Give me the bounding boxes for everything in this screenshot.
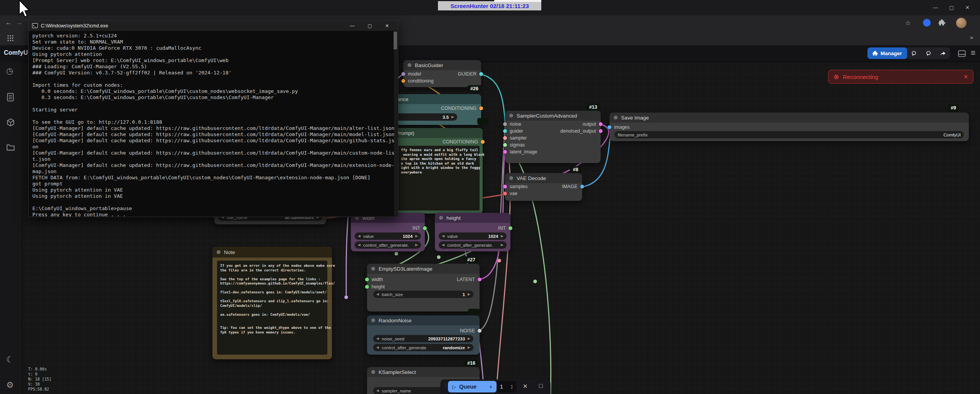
collapse-dot-icon[interactable] bbox=[614, 116, 618, 120]
node-height[interactable]: height INT ◀ value 1024 ▶ ◀ control_afte… bbox=[435, 213, 510, 251]
port-noise-out[interactable] bbox=[478, 329, 482, 333]
collapse-dot-icon[interactable] bbox=[371, 267, 375, 271]
next-icon[interactable]: ▶ bbox=[468, 346, 470, 349]
port-sampler[interactable] bbox=[503, 136, 507, 140]
node-random-noise[interactable]: RandomNoise NOISE ◀ noise_seed 209337112… bbox=[367, 315, 480, 355]
queue-count-stepper[interactable]: 1 ▲▼ bbox=[497, 381, 517, 392]
collapse-dot-icon[interactable] bbox=[371, 370, 375, 374]
port-noise[interactable] bbox=[503, 122, 507, 126]
queue-button[interactable]: ▷ Queue ∨ bbox=[448, 381, 497, 392]
increment-icon[interactable]: ▶ bbox=[468, 293, 470, 296]
increment-icon[interactable]: ▶ bbox=[501, 234, 503, 238]
cmd-maximize-icon[interactable]: ▢ bbox=[368, 23, 372, 29]
back-icon[interactable]: ← bbox=[5, 19, 12, 26]
port-model[interactable] bbox=[401, 72, 405, 76]
cmd-output[interactable]: pytorch version: 2.5.1+cu124 Set vram st… bbox=[29, 31, 398, 217]
collapse-dot-icon[interactable] bbox=[371, 318, 375, 322]
port-sigmas[interactable] bbox=[503, 143, 507, 147]
filename-prefix-widget[interactable]: filename_prefix ComfyUI bbox=[615, 131, 964, 138]
step-down-icon[interactable]: ▼ bbox=[510, 387, 513, 389]
cmd-minimize-icon[interactable]: — bbox=[350, 23, 355, 29]
extension-blue-icon[interactable] bbox=[923, 19, 931, 27]
node-vae-decode[interactable]: VAE Decode samples vae IMAGE bbox=[505, 173, 582, 201]
bookmark-star-icon[interactable]: ☆ bbox=[905, 19, 911, 27]
cmd-close-icon[interactable]: ✕ bbox=[385, 23, 389, 29]
next-icon[interactable]: ▶ bbox=[501, 243, 503, 247]
port-conditioning-out[interactable] bbox=[481, 140, 485, 144]
bookmarks-overflow-icon[interactable]: » bbox=[970, 34, 973, 40]
batch-size-widget[interactable]: ◀ batch_size 1 ▶ bbox=[373, 291, 473, 298]
panel-layout-icon[interactable] bbox=[958, 49, 966, 59]
profile-avatar[interactable] bbox=[956, 18, 967, 28]
window-minimize-icon[interactable]: — bbox=[933, 5, 938, 10]
collapse-dot-icon[interactable] bbox=[509, 114, 513, 118]
noise-seed-widget[interactable]: ◀ noise_seed 209337112877233 ▶ bbox=[373, 335, 473, 342]
node-library-icon[interactable] bbox=[6, 93, 15, 103]
port-guider-out[interactable] bbox=[479, 72, 483, 76]
port-int-out[interactable] bbox=[423, 226, 427, 230]
collapse-dot-icon[interactable] bbox=[509, 176, 513, 180]
collapse-dot-icon[interactable] bbox=[217, 250, 221, 254]
increment-icon[interactable]: ▶ bbox=[451, 115, 454, 119]
node-basic-guider[interactable]: BasicGuider model conditioning GUIDER bbox=[403, 60, 481, 87]
theme-moon-icon[interactable]: ☾ bbox=[6, 355, 14, 365]
prev-icon[interactable]: ◀ bbox=[442, 243, 445, 247]
model-library-icon[interactable] bbox=[6, 118, 15, 128]
port-output[interactable] bbox=[599, 122, 603, 126]
port-width[interactable] bbox=[365, 278, 369, 281]
decrement-icon[interactable]: ◀ bbox=[358, 234, 360, 238]
port-vae[interactable] bbox=[503, 192, 507, 195]
port-conditioning-out[interactable] bbox=[479, 106, 483, 110]
workflow-search-icon[interactable] bbox=[907, 47, 921, 59]
collapse-dot-icon[interactable] bbox=[439, 216, 443, 220]
share-icon[interactable] bbox=[936, 47, 950, 59]
clear-queue-icon[interactable]: ✕ bbox=[523, 383, 528, 390]
value-widget[interactable]: ◀ value 1024 ▶ bbox=[355, 232, 421, 240]
port-height[interactable] bbox=[365, 285, 369, 289]
node-sampler-custom-advanced[interactable]: SamplerCustomAdvanced noise guider sampl… bbox=[505, 111, 601, 163]
decrement-icon[interactable]: ◀ bbox=[376, 293, 379, 296]
apps-grid-icon[interactable] bbox=[7, 35, 14, 43]
toast-close-icon[interactable]: ✕ bbox=[963, 74, 968, 80]
window-icon[interactable]: □ bbox=[539, 382, 543, 389]
cmd-scrollbar-thumb[interactable] bbox=[394, 32, 397, 49]
manager-button[interactable]: Manager bbox=[867, 47, 907, 59]
port-latent-out[interactable] bbox=[478, 278, 482, 281]
increment-icon[interactable]: ▶ bbox=[468, 337, 470, 340]
control-after-generate-widget[interactable]: ◀ control_after_generate randomize ▶ bbox=[373, 344, 473, 351]
workflow-search-alt-icon[interactable] bbox=[921, 47, 936, 59]
window-close-icon[interactable]: ✕ bbox=[965, 5, 970, 10]
decrement-icon[interactable]: ◀ bbox=[442, 234, 445, 238]
port-latent-image[interactable] bbox=[503, 150, 507, 154]
cmd-window[interactable]: C:\Windows\system32\cmd.exe — ▢ ✕ pytorc… bbox=[28, 20, 398, 217]
note-textarea[interactable]: If you get an error in any of the nodes … bbox=[217, 261, 327, 355]
prev-icon[interactable]: ◀ bbox=[376, 346, 379, 349]
value-widget[interactable]: ◀ value 1024 ▶ bbox=[439, 232, 507, 240]
node-note[interactable]: Note If you get an error in any of the n… bbox=[212, 247, 332, 359]
node-width[interactable]: width INT ◀ value 1024 ▶ ◀ control_after… bbox=[351, 213, 425, 251]
port-image-out[interactable] bbox=[580, 185, 584, 189]
node-empty-sd3-latent-image[interactable]: EmptySD3LatentImage width height LATENT … bbox=[367, 264, 480, 311]
forward-icon[interactable]: → bbox=[16, 19, 22, 26]
port-guider[interactable] bbox=[503, 129, 507, 133]
cmd-scrollbar[interactable] bbox=[394, 31, 397, 216]
menu-hamburger-icon[interactable]: ≡ bbox=[971, 48, 975, 57]
settings-gear-icon[interactable]: ⚙ bbox=[6, 380, 14, 390]
next-icon[interactable]: ▶ bbox=[415, 243, 418, 247]
port-denoised-output[interactable] bbox=[599, 129, 603, 133]
prev-icon[interactable]: ◀ bbox=[376, 389, 379, 392]
workflows-folder-icon[interactable] bbox=[6, 143, 15, 153]
port-samples[interactable] bbox=[503, 185, 507, 189]
step-up-icon[interactable]: ▲ bbox=[510, 384, 513, 387]
queue-history-icon[interactable]: ◷ bbox=[6, 66, 13, 76]
cmd-title-bar[interactable]: C:\Windows\system32\cmd.exe — ▢ ✕ bbox=[29, 20, 398, 31]
port-conditioning[interactable] bbox=[401, 79, 405, 83]
extensions-puzzle-icon[interactable] bbox=[938, 19, 945, 27]
prev-icon[interactable]: ◀ bbox=[358, 243, 360, 247]
control-after-generate-widget[interactable]: ◀ control_after_generate. ▶ bbox=[355, 241, 421, 249]
port-int-out[interactable] bbox=[509, 226, 512, 230]
collapse-dot-icon[interactable] bbox=[407, 63, 411, 67]
increment-icon[interactable]: ▶ bbox=[415, 234, 418, 238]
port-images[interactable] bbox=[608, 125, 611, 129]
chevron-down-icon[interactable]: ∨ bbox=[489, 384, 492, 389]
